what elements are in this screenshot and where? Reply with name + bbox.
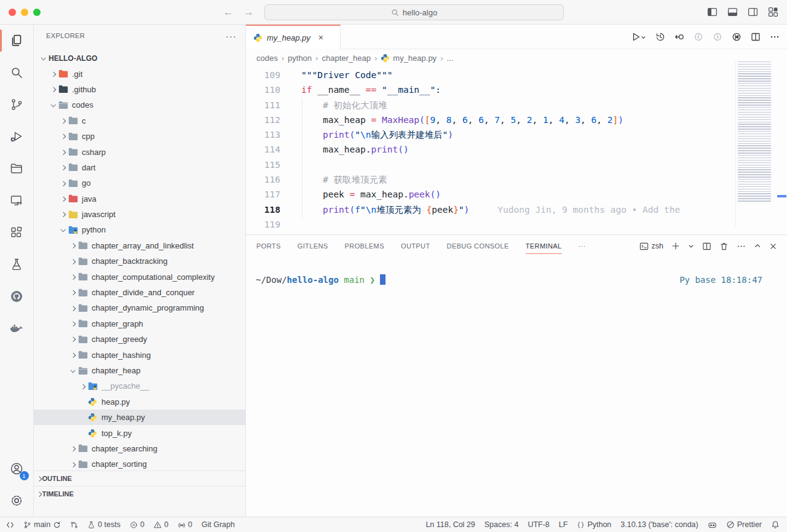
toggle-panel-icon[interactable] xyxy=(727,7,738,18)
folder-row-javascript[interactable]: javascript xyxy=(34,207,245,222)
breadcrumb-item[interactable]: chapter_heap xyxy=(322,54,371,63)
go-back-button[interactable]: ← xyxy=(223,6,234,18)
folder-row--github[interactable]: .github xyxy=(34,82,245,97)
status-problems-errors[interactable]: 0 xyxy=(130,517,144,532)
folder-row--pycache-[interactable]: __pycache__ xyxy=(34,378,245,394)
terminal-shell-label[interactable]: zsh xyxy=(639,242,663,251)
folder-row-hello-algo[interactable]: HELLO-ALGO xyxy=(34,50,245,66)
testing-icon[interactable] xyxy=(0,248,34,280)
window-controls[interactable] xyxy=(9,9,41,16)
next-change-icon[interactable] xyxy=(713,32,722,42)
folder-row-go[interactable]: go xyxy=(34,175,245,191)
run-and-debug-icon[interactable] xyxy=(0,121,34,153)
settings-icon[interactable] xyxy=(0,485,34,517)
status-tests[interactable]: 0 tests xyxy=(87,517,121,532)
status-indentation[interactable]: Spaces: 4 xyxy=(484,517,519,532)
timeline-history-icon[interactable] xyxy=(655,32,665,42)
toggle-primary-sidebar-icon[interactable] xyxy=(706,7,718,18)
folder-row--git[interactable]: .git xyxy=(34,66,245,81)
project-manager-icon[interactable] xyxy=(0,153,34,185)
terminal-dropdown-icon[interactable] xyxy=(688,243,694,249)
code-editor[interactable]: 109110111112113114115116117118119 """Dri… xyxy=(246,66,787,234)
customize-layout-icon[interactable] xyxy=(767,7,778,18)
run-python-file-icon[interactable] xyxy=(631,32,646,42)
file-row-my-heap-py[interactable]: my_heap.py xyxy=(34,410,245,425)
folder-row-chapter-searching[interactable]: chapter_searching xyxy=(34,441,245,456)
maximize-window-button[interactable] xyxy=(33,9,41,16)
panel-more-tabs-icon[interactable]: ··· xyxy=(579,235,586,257)
file-row-heap-py[interactable]: heap.py xyxy=(34,394,245,410)
open-changes-icon[interactable] xyxy=(674,32,684,42)
folder-row-python[interactable]: python xyxy=(34,222,245,237)
previous-change-icon[interactable] xyxy=(694,32,703,42)
panel-tab-ports[interactable]: PORTS xyxy=(256,235,281,257)
folder-row-chapter-dynamic-programming[interactable]: chapter_dynamic_programming xyxy=(34,300,245,316)
status-problems-warnings[interactable]: 0 xyxy=(154,517,168,532)
extensions-icon[interactable] xyxy=(0,216,34,248)
status-prettier[interactable]: Prettier xyxy=(726,517,762,532)
split-terminal-icon[interactable] xyxy=(702,242,711,251)
folder-row-chapter-backtracking[interactable]: chapter_backtracking xyxy=(34,253,245,269)
close-tab-icon[interactable]: × xyxy=(318,33,323,42)
folder-row-chapter-heap[interactable]: chapter_heap xyxy=(34,363,245,378)
toggle-secondary-sidebar-icon[interactable] xyxy=(747,7,758,18)
status-forwarded-ports[interactable]: 0 xyxy=(178,517,192,532)
section-outline[interactable]: OUTLINE xyxy=(34,470,245,486)
github-icon[interactable] xyxy=(0,280,34,312)
folder-row-chapter-sorting[interactable]: chapter_sorting xyxy=(34,456,245,472)
status-gitlens-compare[interactable] xyxy=(70,517,78,532)
close-window-button[interactable] xyxy=(9,9,16,16)
split-editor-icon[interactable] xyxy=(751,32,761,42)
panel-tab-terminal[interactable]: TERMINAL xyxy=(526,235,562,257)
command-center-search[interactable]: hello-algo xyxy=(264,4,564,20)
close-panel-icon[interactable] xyxy=(769,242,777,250)
panel-tab-output[interactable]: OUTPUT xyxy=(401,235,430,257)
panel-more-actions-icon[interactable] xyxy=(737,242,746,251)
source-control-icon[interactable] xyxy=(0,89,34,121)
status-git-branch[interactable]: main xyxy=(23,517,61,532)
explorer-more-actions-icon[interactable]: ··· xyxy=(226,31,237,41)
minimap[interactable] xyxy=(735,60,776,228)
folder-row-c[interactable]: c xyxy=(34,113,245,129)
status-notifications[interactable] xyxy=(771,517,780,532)
status-git-graph[interactable]: Git Graph xyxy=(202,517,235,532)
folder-row-chapter-greedy[interactable]: chapter_greedy xyxy=(34,332,245,347)
status-eol[interactable]: LF xyxy=(559,517,568,532)
panel-tab-debug-console[interactable]: DEBUG CONSOLE xyxy=(447,235,509,257)
status-encoding[interactable]: UTF-8 xyxy=(528,517,549,532)
remote-explorer-icon[interactable] xyxy=(0,185,34,216)
folder-row-chapter-hashing[interactable]: chapter_hashing xyxy=(34,347,245,362)
status-language-mode[interactable]: Python xyxy=(577,517,611,532)
panel-tab-gitlens[interactable]: GITLENS xyxy=(298,235,328,257)
new-terminal-icon[interactable] xyxy=(671,242,680,250)
search-icon[interactable] xyxy=(0,57,34,89)
folder-row-java[interactable]: java xyxy=(34,191,245,207)
explorer-icon[interactable] xyxy=(0,25,34,57)
kill-terminal-icon[interactable] xyxy=(719,242,729,251)
folder-row-chapter-array-and-linkedlist[interactable]: chapter_array_and_linkedlist xyxy=(34,238,245,253)
minimize-window-button[interactable] xyxy=(21,9,28,16)
folder-row-chapter-graph[interactable]: chapter_graph xyxy=(34,316,245,332)
panel-tab-problems[interactable]: PROBLEMS xyxy=(345,235,384,257)
terminal[interactable]: ~/Dow/hello-algo main ❯ Py base 18:18:47 xyxy=(246,257,787,286)
maximize-panel-icon[interactable] xyxy=(754,242,761,250)
breadcrumb-item[interactable]: ... xyxy=(446,54,453,63)
folder-row-codes[interactable]: codes xyxy=(34,97,245,113)
go-forward-button[interactable]: → xyxy=(243,6,254,18)
section-timeline[interactable]: TIMELINE xyxy=(34,486,245,501)
folder-row-cpp[interactable]: cpp xyxy=(34,129,245,144)
file-row-top-k-py[interactable]: top_k.py xyxy=(34,425,245,440)
tab-my-heap-py[interactable]: my_heap.py × xyxy=(246,25,341,49)
status-cursor-position[interactable]: Ln 118, Col 29 xyxy=(425,517,475,532)
breadcrumb-item[interactable]: codes xyxy=(256,54,278,63)
status-copilot[interactable] xyxy=(708,517,717,532)
docker-icon[interactable] xyxy=(0,312,34,344)
status-python-interpreter[interactable]: 3.10.13 ('base': conda) xyxy=(620,517,698,532)
run-interactive-icon[interactable] xyxy=(732,32,742,42)
breadcrumb-item[interactable]: python xyxy=(288,54,312,63)
status-remote-indicator[interactable] xyxy=(6,517,14,532)
breadcrumb-item[interactable]: my_heap.py xyxy=(381,54,437,63)
folder-row-chapter-computational-complexity[interactable]: chapter_computational_complexity xyxy=(34,269,245,284)
folder-row-csharp[interactable]: csharp xyxy=(34,144,245,159)
editor-more-actions-icon[interactable] xyxy=(770,32,780,42)
